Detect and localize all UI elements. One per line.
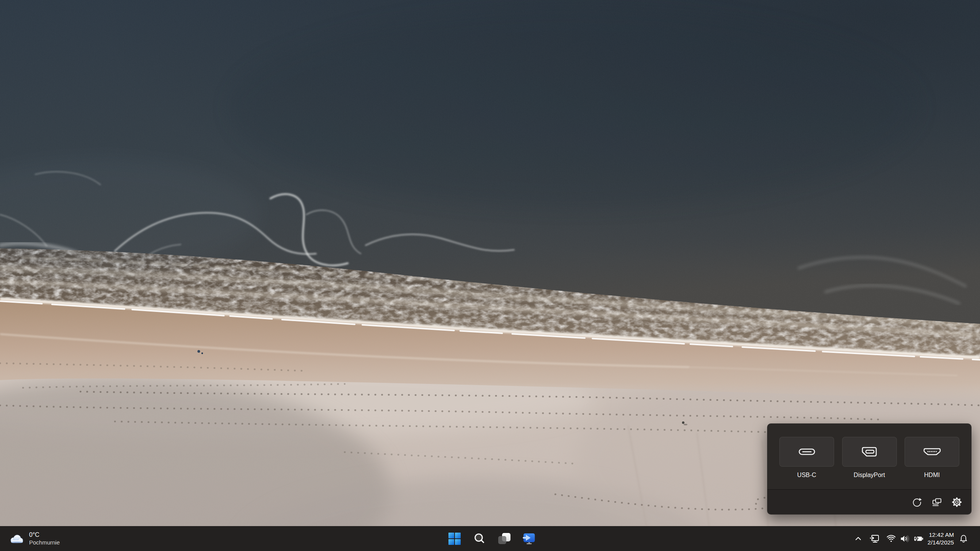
volume-button[interactable]: [898, 530, 911, 547]
battery-charging-icon: [914, 535, 924, 543]
system-tray: 12:42 AM 2/14/2025: [852, 526, 980, 551]
search-icon: [473, 533, 486, 545]
taskbar: 0°C Pochmurnie: [0, 526, 980, 551]
date-label: 2/14/2025: [928, 539, 954, 546]
display-input-flyout: USB-C DisplayPort HDMI: [767, 423, 972, 515]
port-displayport: DisplayPort: [842, 437, 897, 479]
settings-button[interactable]: [950, 495, 964, 509]
notifications-button[interactable]: [957, 530, 970, 547]
port-label: DisplayPort: [854, 472, 885, 479]
cloudy-icon: [8, 533, 25, 544]
port-label: USB-C: [797, 472, 816, 479]
start-button[interactable]: [445, 530, 464, 548]
wifi-button[interactable]: [885, 530, 898, 547]
flyout-action-bar: [767, 489, 971, 514]
remote-session-button[interactable]: [868, 530, 881, 547]
remote-session-icon: [869, 534, 880, 543]
remote-desktop-button[interactable]: [520, 530, 538, 548]
gear-icon: [952, 497, 962, 507]
hdmi-port-icon: [923, 446, 941, 458]
condition-label: Pochmurnie: [29, 539, 60, 546]
project-display-icon: [932, 497, 942, 507]
hidden-icons-button[interactable]: [852, 530, 864, 547]
task-view-button[interactable]: [495, 530, 514, 548]
task-view-icon: [498, 533, 511, 545]
refresh-icon: [912, 497, 922, 507]
clock[interactable]: 12:42 AM 2/14/2025: [928, 531, 954, 546]
search-button[interactable]: [470, 530, 489, 548]
displayport-port-icon: [860, 446, 879, 458]
time-label: 12:42 AM: [928, 531, 954, 539]
bell-icon: [959, 534, 968, 543]
usb-c-port-icon: [798, 446, 816, 458]
remote-desktop-icon: [523, 533, 536, 545]
port-usb-c: USB-C: [779, 437, 834, 479]
windows-logo-icon: [448, 532, 461, 545]
hdmi-button[interactable]: [905, 437, 959, 467]
displayport-button[interactable]: [842, 437, 897, 467]
port-list: USB-C DisplayPort HDMI: [779, 437, 959, 479]
taskbar-center: [445, 526, 538, 551]
usb-c-button[interactable]: [779, 437, 834, 467]
port-label: HDMI: [924, 472, 940, 479]
temperature-label: 0°C: [29, 531, 60, 539]
project-button[interactable]: [930, 495, 944, 509]
port-hdmi: HDMI: [905, 437, 959, 479]
refresh-button[interactable]: [910, 495, 924, 509]
chevron-up-icon: [854, 535, 862, 543]
battery-button[interactable]: [912, 530, 925, 547]
wifi-icon: [887, 535, 896, 543]
volume-icon: [900, 534, 910, 543]
weather-widget[interactable]: 0°C Pochmurnie: [4, 526, 64, 551]
